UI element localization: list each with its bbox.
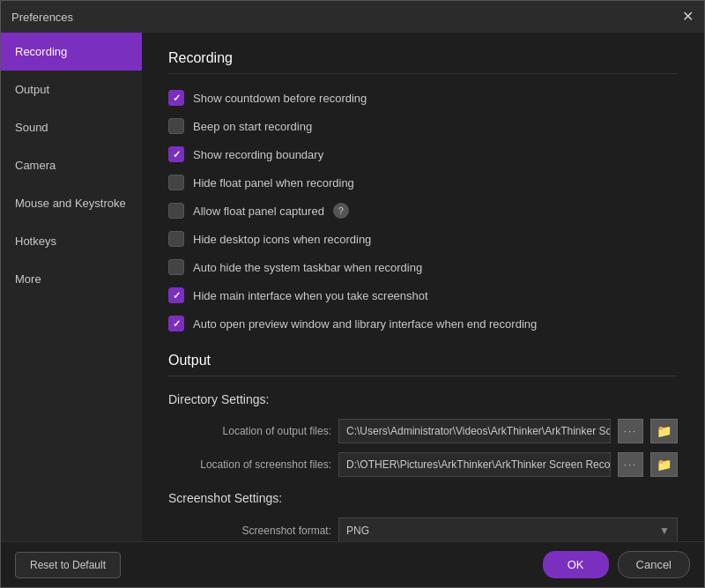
- checkbox-boundary[interactable]: [168, 146, 184, 162]
- dialog-title: Preferences: [11, 11, 73, 24]
- screenshot-settings-title: Screenshot Settings:: [168, 491, 678, 505]
- checkbox-row-countdown: Show countdown before recording: [168, 90, 678, 106]
- checkbox-taskbar[interactable]: [168, 259, 184, 275]
- sidebar: Recording Output Sound Camera Mouse and …: [1, 33, 142, 541]
- output-files-folder-button[interactable]: 📁: [650, 419, 678, 443]
- sidebar-item-output[interactable]: Output: [1, 71, 142, 108]
- screenshot-format-row: Screenshot format: PNG ▼: [168, 517, 678, 541]
- screenshot-files-row: Location of screenshot files: D:\OTHER\P…: [168, 452, 678, 477]
- screenshot-files-label: Location of screenshot files:: [168, 458, 331, 471]
- checkbox-desktop-icons[interactable]: [168, 231, 184, 247]
- checkbox-row-preview-window: Auto open preview window and library int…: [168, 316, 678, 331]
- sidebar-item-hotkeys[interactable]: Hotkeys: [1, 222, 142, 260]
- footer: Reset to Default OK Cancel: [1, 541, 704, 587]
- titlebar: Preferences ✕: [1, 1, 704, 33]
- checkbox-label-countdown: Show countdown before recording: [193, 92, 367, 105]
- checkbox-row-beep: Beep on start recording: [168, 118, 678, 134]
- checkbox-row-hide-interface: Hide main interface when you take screen…: [168, 287, 678, 303]
- sidebar-item-recording[interactable]: Recording: [1, 33, 142, 71]
- checkbox-label-preview-window: Auto open preview window and library int…: [193, 317, 537, 331]
- checkbox-allow-float[interactable]: [168, 203, 184, 219]
- output-section-title: Output: [168, 353, 678, 376]
- screenshot-files-folder-button[interactable]: 📁: [650, 452, 678, 477]
- sidebar-item-sound[interactable]: Sound: [1, 108, 142, 146]
- footer-actions: OK Cancel: [543, 551, 690, 578]
- folder-icon: 📁: [657, 424, 672, 438]
- checkbox-float-panel[interactable]: [168, 175, 184, 190]
- screenshot-format-select[interactable]: PNG ▼: [338, 517, 678, 541]
- main-content: Recording Show countdown before recordin…: [142, 33, 704, 541]
- preferences-dialog: Preferences ✕ Recording Output Sound Cam…: [0, 0, 705, 588]
- screenshot-format-value: PNG: [346, 525, 369, 537]
- close-button[interactable]: ✕: [682, 10, 694, 24]
- checkbox-label-allow-float: Allow float panel captured: [193, 205, 324, 218]
- output-files-row: Location of output files: C:\Users\Admin…: [168, 419, 678, 443]
- screenshot-files-value[interactable]: D:\OTHER\Pictures\ArkThinker\ArkThinker …: [338, 452, 611, 477]
- checkbox-hide-interface[interactable]: [168, 287, 184, 303]
- cancel-button[interactable]: Cancel: [618, 551, 690, 578]
- checkbox-label-hide-interface: Hide main interface when you take screen…: [193, 289, 428, 302]
- screenshot-files-dots-button[interactable]: ···: [618, 452, 643, 477]
- output-files-value[interactable]: C:\Users\Administrator\Videos\ArkThinker…: [338, 419, 611, 443]
- checkbox-label-taskbar: Auto hide the system taskbar when record…: [193, 261, 422, 274]
- checkbox-row-float-panel: Hide float panel when recording: [168, 175, 678, 190]
- sidebar-item-mouse-keystroke[interactable]: Mouse and Keystroke: [1, 184, 142, 222]
- checkbox-label-beep: Beep on start recording: [193, 120, 312, 133]
- screenshot-format-label: Screenshot format:: [168, 525, 331, 537]
- checkbox-label-desktop-icons: Hide desktop icons when recording: [193, 233, 371, 246]
- checkbox-row-taskbar: Auto hide the system taskbar when record…: [168, 259, 678, 275]
- checkbox-beep[interactable]: [168, 118, 184, 134]
- checkbox-countdown[interactable]: [168, 90, 184, 106]
- checkbox-preview-window[interactable]: [168, 316, 184, 331]
- reset-to-default-button[interactable]: Reset to Default: [15, 552, 121, 578]
- checkbox-row-desktop-icons: Hide desktop icons when recording: [168, 231, 678, 247]
- checkbox-label-float-panel: Hide float panel when recording: [193, 176, 354, 190]
- ok-button[interactable]: OK: [543, 551, 609, 578]
- sidebar-item-camera[interactable]: Camera: [1, 146, 142, 184]
- output-section: Output Directory Settings: Location of o…: [168, 353, 678, 541]
- output-files-dots-button[interactable]: ···: [618, 419, 643, 443]
- output-files-label: Location of output files:: [168, 425, 331, 437]
- help-icon[interactable]: ?: [333, 203, 349, 219]
- checkbox-label-boundary: Show recording boundary: [193, 148, 323, 161]
- checkbox-row-allow-float: Allow float panel captured ?: [168, 203, 678, 219]
- directory-settings-title: Directory Settings:: [168, 392, 678, 406]
- checkbox-row-boundary: Show recording boundary: [168, 146, 678, 162]
- dialog-content: Recording Output Sound Camera Mouse and …: [1, 33, 704, 541]
- folder-icon-2: 📁: [657, 458, 672, 472]
- sidebar-item-more[interactable]: More: [1, 260, 142, 298]
- chevron-down-icon: ▼: [659, 525, 670, 537]
- recording-section-title: Recording: [168, 50, 678, 74]
